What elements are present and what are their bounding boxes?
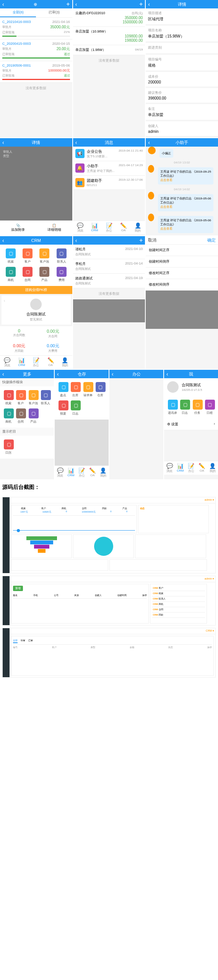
page-title: 详情 bbox=[178, 2, 186, 7]
app-icon-商机[interactable]: ▢商机 bbox=[2, 407, 15, 425]
add-icon[interactable]: + bbox=[66, 1, 70, 8]
detail-button[interactable]: 📋详细明细 bbox=[36, 220, 72, 235]
nav-消息[interactable]: 💬消息 bbox=[55, 466, 65, 479]
nav-我的[interactable]: 👤我的 bbox=[58, 356, 72, 369]
message-item[interactable]: 🔔小助手王秀波 评论了我的...2021-04-17 14:29 bbox=[73, 161, 145, 176]
nav-CRM[interactable]: 📊CRM bbox=[175, 461, 185, 475]
cancel-button[interactable]: 取消 bbox=[148, 237, 156, 243]
admin-heading: 源码后台截图： bbox=[0, 480, 218, 495]
sort-option[interactable]: 修改时间倒序 bbox=[146, 279, 218, 291]
nav-办公[interactable]: 📝办公 bbox=[29, 356, 43, 369]
app-icon-任务[interactable]: ▢任务 bbox=[191, 398, 203, 416]
app-icon-仓库[interactable]: ▢仓库 bbox=[94, 381, 106, 399]
detail-field: 项目编号规格 bbox=[146, 55, 218, 70]
chat-bubble[interactable]: 小编正 bbox=[159, 149, 173, 158]
item-date: 2021-04-16 bbox=[52, 20, 70, 24]
sort-option[interactable]: 创建时间正序 bbox=[146, 245, 218, 256]
list-item[interactable]: 云趣的-DFDJ22010合同(元) 350000.00 1500000.00 bbox=[73, 8, 145, 27]
app-icon-日历[interactable]: ▢日历 bbox=[2, 438, 15, 456]
app-icon-客户池[interactable]: ▢客户池 bbox=[36, 247, 53, 265]
list-item[interactable]: C_20190506-00012019-05-06 审批月1000000.00元… bbox=[0, 61, 72, 83]
back-icon[interactable]: ‹ bbox=[75, 237, 77, 243]
nav-CRM[interactable]: 📊CRM bbox=[87, 221, 102, 234]
sort-option[interactable]: 创建时间倒序 bbox=[146, 256, 218, 268]
app-icon-报废[interactable]: ▢报废 bbox=[57, 399, 69, 417]
back-icon[interactable]: ‹ bbox=[2, 1, 4, 7]
app-icon-线索[interactable]: ▢线索 bbox=[2, 389, 15, 407]
add-icon[interactable]: + bbox=[139, 1, 143, 8]
sort-option[interactable]: 修改时间正序 bbox=[146, 268, 218, 279]
nav-OA[interactable]: ✏️OA bbox=[87, 466, 98, 479]
tab-all[interactable]: 全部(8) bbox=[0, 8, 36, 17]
add-button[interactable]: 新增 bbox=[13, 586, 23, 591]
nav-我的[interactable]: 👤我的 bbox=[98, 466, 109, 479]
add-icon[interactable]: + bbox=[139, 237, 143, 244]
app-icon-联系人[interactable]: ▢联系人 bbox=[39, 389, 52, 407]
list-item[interactable]: 单店加盟（1.98W）04/19 bbox=[73, 45, 145, 55]
nav-消息[interactable]: 💬消息 bbox=[0, 356, 15, 369]
message-item[interactable]: 👥团建助手0212112019-12-30 17:06 bbox=[73, 176, 145, 190]
list-item[interactable]: 路路通测试2021-04-19合同陈测试 bbox=[73, 274, 145, 288]
back-icon[interactable]: ‹ bbox=[75, 139, 77, 145]
nav-我的[interactable]: 👤我的 bbox=[207, 461, 218, 475]
app-icon-合同[interactable]: ▢合同 bbox=[19, 265, 36, 284]
overlay[interactable]: 审批人 类型 📎添加附录 📋详细明细 bbox=[0, 147, 72, 235]
nav-办公[interactable]: 📝办公 bbox=[76, 466, 87, 479]
avatar bbox=[148, 214, 154, 221]
app-icon-商机[interactable]: ▢商机 bbox=[2, 265, 19, 284]
back-icon[interactable]: ‹ bbox=[2, 237, 4, 243]
list-item[interactable]: 单店加盟（10.98W） 109800.00 198000.00 bbox=[73, 27, 145, 45]
settings-row[interactable]: ⚙ 设置› bbox=[164, 419, 218, 430]
back-icon[interactable]: ‹ bbox=[166, 371, 168, 377]
app-icon-客户[interactable]: ▢客户 bbox=[15, 389, 27, 407]
app-icon-出库[interactable]: ▢出库 bbox=[69, 381, 81, 399]
nav-办公[interactable]: 📝办公 bbox=[185, 461, 196, 475]
list-item[interactable]: 李松月2021-04-14合同陈测试 bbox=[73, 259, 145, 274]
app-icon-产品[interactable]: ▢产品 bbox=[36, 265, 53, 284]
search-icon[interactable]: ⊕ bbox=[34, 2, 37, 7]
back-icon[interactable]: ‹ bbox=[2, 139, 4, 145]
nav-CRM[interactable]: 📊CRM bbox=[65, 466, 76, 479]
nav-消息[interactable]: 💬消息 bbox=[164, 461, 175, 475]
list-item[interactable]: C_20200415-00032020-04-15 审批月20.00元 已审批项… bbox=[0, 39, 72, 61]
confirm-button[interactable]: 确定 bbox=[207, 237, 216, 243]
app-icon-通讯录[interactable]: ▢通讯录 bbox=[166, 398, 179, 416]
nav-我的[interactable]: 👤我的 bbox=[131, 221, 145, 234]
nav-CRM[interactable]: 📊CRM bbox=[15, 356, 29, 369]
app-icon-线索[interactable]: ▢线索 bbox=[2, 247, 19, 265]
app-icon-日程[interactable]: ▢日程 bbox=[203, 398, 216, 416]
list-item[interactable]: 谭松月2021-04-10合同陈测试 bbox=[73, 245, 145, 259]
back-icon[interactable]: ‹ bbox=[148, 1, 150, 7]
nav-消息[interactable]: 💬消息 bbox=[73, 221, 88, 234]
chat-bubble[interactable]: 王秀波 评论了你的日志 《2019-05-06 工作日志》点击查看 bbox=[158, 194, 213, 211]
tab-approved[interactable]: 已审(3) bbox=[36, 8, 72, 17]
message-item[interactable]: 📢企业公告实下5.15更新...2019-04-11 21:40 bbox=[73, 147, 145, 161]
app-icon-产品[interactable]: ▢产品 bbox=[27, 407, 39, 425]
nav-OA[interactable]: ✏️OA bbox=[116, 221, 131, 234]
back-icon[interactable]: ‹ bbox=[148, 139, 150, 145]
nav-办公[interactable]: 📝办公 bbox=[102, 221, 116, 234]
list-item[interactable]: C_20210416-00032021-04-16 审批月35000.00元 已… bbox=[0, 18, 72, 39]
app-icon-合同[interactable]: ▢合同 bbox=[15, 407, 27, 425]
app-icon-客户池[interactable]: ▢客户池 bbox=[27, 389, 39, 407]
app-icon-日志[interactable]: ▢日志 bbox=[69, 399, 81, 417]
back-icon[interactable]: ‹ bbox=[2, 371, 4, 377]
app-icon-费用[interactable]: ▢费用 bbox=[53, 265, 70, 284]
detail-field: 建议售价398000.00 bbox=[146, 88, 218, 103]
app-icon-盘点[interactable]: ▢盘点 bbox=[57, 381, 69, 399]
nav-OA[interactable]: ✏️OA bbox=[197, 461, 207, 475]
app-icon-日志[interactable]: ▢日志 bbox=[179, 398, 191, 416]
header: ‹ + bbox=[73, 0, 145, 8]
prev-icon[interactable]: ‹ bbox=[4, 299, 5, 303]
header: ‹ 详情 bbox=[146, 0, 218, 8]
back-icon[interactable]: ‹ bbox=[57, 371, 59, 377]
chat-bubble[interactable]: 王秀波 评论了你的日志 《2019-09-25 工作日志》点击查看 bbox=[158, 167, 213, 185]
add-attachment-button[interactable]: 📎添加附录 bbox=[0, 220, 36, 235]
app-icon-联系人[interactable]: ▢联系人 bbox=[53, 247, 70, 265]
back-icon[interactable]: ‹ bbox=[75, 1, 77, 7]
app-icon-请求单[interactable]: ▢请求单 bbox=[82, 381, 94, 399]
app-icon-客户[interactable]: ▢客户 bbox=[19, 247, 36, 265]
chat-bubble[interactable]: 王秀波 评论了你的日志 《2019-05-06 工作日志》点击查看 bbox=[158, 216, 213, 233]
nav-OA[interactable]: ✏️OA bbox=[43, 356, 58, 369]
back-icon[interactable]: ‹ bbox=[112, 371, 114, 377]
